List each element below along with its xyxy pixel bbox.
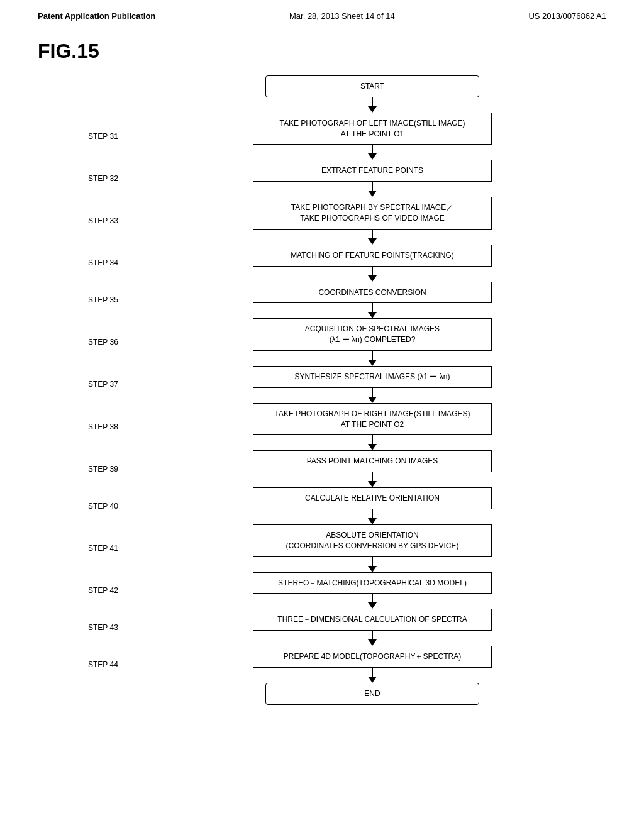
step33-row: STEP 33 TAKE PHOTOGRAPH BY SPECTRAL IMAG… [88,197,606,245]
end-box: END [265,683,479,705]
step39-row: STEP 39 PASS POINT MATCHING ON IMAGES [88,450,606,487]
arrow-line [372,472,373,481]
arrow-down [368,312,377,318]
step44-row: STEP 44 PREPARE 4D MODEL(TOPOGRAPHY＋SPEC… [88,646,606,683]
arrow-line [372,388,373,397]
step40-row: STEP 40 CALCULATE RELATIVE ORIENTATION [88,487,606,524]
step41-label: STEP 41 [88,544,138,553]
arrow-down [368,360,377,366]
step33-box: TAKE PHOTOGRAPH BY SPECTRAL IMAGE／ TAKE … [253,197,492,230]
step31-label: STEP 31 [88,132,138,141]
page-content: FIG.15 START STEP 31 TAKE PHOTOGRAPH OF … [0,27,644,730]
arrow-down [368,238,377,245]
step32-row: STEP 32 EXTRACT FEATURE POINTS [88,160,606,197]
step44-box: PREPARE 4D MODEL(TOPOGRAPHY＋SPECTRA) [253,646,492,668]
arrow-line [372,97,373,106]
step31-box-container: TAKE PHOTOGRAPH OF LEFT IMAGE(STILL IMAG… [138,113,606,160]
header-date: Mar. 28, 2013 Sheet 14 of 14 [289,11,395,21]
step42-row: STEP 42 STEREO－MATCHING(TOPOGRAPHICAL 3D… [88,572,606,609]
step44-label: STEP 44 [88,660,138,669]
step41-row: STEP 41 ABSOLUTE ORIENTATION (COORDINATE… [88,524,606,572]
arrow-down [368,566,377,572]
arrow-down [368,518,377,524]
step36-row: STEP 36 ACQUISITION OF SPECTRAL IMAGES (… [88,318,606,366]
start-group: START [265,75,479,113]
arrow-down [368,153,377,160]
step32-label: STEP 32 [88,174,138,183]
arrow-down [368,677,377,683]
arrow-line [372,594,373,602]
arrow-line [372,351,373,360]
step43-box-container: THREE－DIMENSIONAL CALCULATION OF SPECTRA [138,609,606,646]
arrow-line [372,145,373,153]
step37-label: STEP 37 [88,380,138,389]
step43-label: STEP 43 [88,623,138,632]
page-header: Patent Application Publication Mar. 28, … [0,0,644,27]
step38-box-container: TAKE PHOTOGRAPH OF RIGHT IMAGE(STILL IMA… [138,403,606,451]
arrow-line [372,631,373,639]
start-box: START [265,75,479,97]
step35-row: STEP 35 COORDINATES CONVERSION [88,282,606,319]
step32-box-container: EXTRACT FEATURE POINTS [138,160,606,197]
arrow-down [368,275,377,282]
flowchart: START STEP 31 TAKE PHOTOGRAPH OF LEFT IM… [88,75,606,705]
arrow-line [372,557,373,566]
step38-row: STEP 38 TAKE PHOTOGRAPH OF RIGHT IMAGE(S… [88,403,606,451]
step42-box: STEREO－MATCHING(TOPOGRAPHICAL 3D MODEL) [253,572,492,594]
step34-row: STEP 34 MATCHING OF FEATURE POINTS(TRACK… [88,245,606,282]
step38-box: TAKE PHOTOGRAPH OF RIGHT IMAGE(STILL IMA… [253,403,492,436]
header-patent-number: US 2013/0076862 A1 [528,11,606,21]
step36-box: ACQUISITION OF SPECTRAL IMAGES (λ1 ー λn)… [253,318,492,351]
step40-box-container: CALCULATE RELATIVE ORIENTATION [138,487,606,524]
step37-box: SYNTHESIZE SPECTRAL IMAGES (λ1 ー λn) [253,366,492,388]
step37-row: STEP 37 SYNTHESIZE SPECTRAL IMAGES (λ1 ー… [88,366,606,403]
header-publication: Patent Application Publication [38,11,155,21]
step35-label: STEP 35 [88,296,138,304]
step31-row: STEP 31 TAKE PHOTOGRAPH OF LEFT IMAGE(ST… [88,113,606,160]
figure-title: FIG.15 [38,40,606,63]
step39-box-container: PASS POINT MATCHING ON IMAGES [138,450,606,487]
step35-box: COORDINATES CONVERSION [253,282,492,304]
arrow-down [368,397,377,403]
step41-box-container: ABSOLUTE ORIENTATION (COORDINATES CONVER… [138,524,606,572]
step35-box-container: COORDINATES CONVERSION [138,282,606,319]
step37-box-container: SYNTHESIZE SPECTRAL IMAGES (λ1 ー λn) [138,366,606,403]
arrow-down [368,481,377,487]
step44-box-container: PREPARE 4D MODEL(TOPOGRAPHY＋SPECTRA) [138,646,606,683]
arrow-down [368,602,377,609]
step43-row: STEP 43 THREE－DIMENSIONAL CALCULATION OF… [88,609,606,646]
arrow-down [368,639,377,646]
step34-box-container: MATCHING OF FEATURE POINTS(TRACKING) [138,245,606,282]
step36-box-container: ACQUISITION OF SPECTRAL IMAGES (λ1 ー λn)… [138,318,606,366]
step40-label: STEP 40 [88,502,138,511]
arrow-line [372,230,373,238]
arrow-line [372,267,373,275]
step32-box: EXTRACT FEATURE POINTS [253,160,492,182]
arrow-line [372,509,373,518]
arrow-line [372,182,373,191]
step43-box: THREE－DIMENSIONAL CALCULATION OF SPECTRA [253,609,492,631]
step42-box-container: STEREO－MATCHING(TOPOGRAPHICAL 3D MODEL) [138,572,606,609]
end-group: END [265,683,479,705]
step33-label: STEP 33 [88,216,138,225]
arrow-down [368,191,377,197]
step36-label: STEP 36 [88,338,138,346]
step39-box: PASS POINT MATCHING ON IMAGES [253,450,492,472]
step40-box: CALCULATE RELATIVE ORIENTATION [253,487,492,509]
step41-box: ABSOLUTE ORIENTATION (COORDINATES CONVER… [253,524,492,557]
arrow-down [368,106,377,113]
arrow-line [372,435,373,444]
step31-box: TAKE PHOTOGRAPH OF LEFT IMAGE(STILL IMAG… [253,113,492,145]
step33-box-container: TAKE PHOTOGRAPH BY SPECTRAL IMAGE／ TAKE … [138,197,606,245]
step34-label: STEP 34 [88,258,138,267]
arrow-line [372,303,373,312]
arrow-line [372,668,373,677]
arrow-down [368,444,377,450]
step39-label: STEP 39 [88,465,138,473]
step38-label: STEP 38 [88,423,138,431]
step34-box: MATCHING OF FEATURE POINTS(TRACKING) [253,245,492,267]
step42-label: STEP 42 [88,586,138,595]
